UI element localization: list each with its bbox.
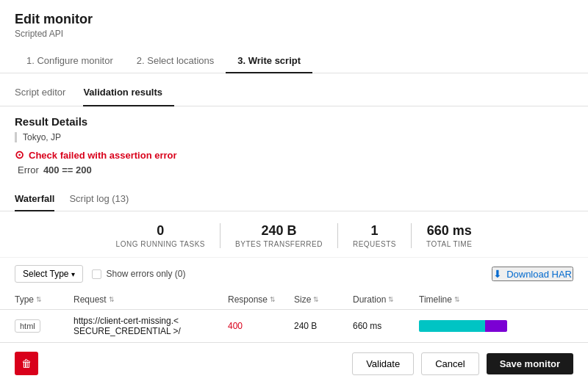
show-errors-label[interactable]: Show errors only (0) [92, 269, 185, 279]
sort-icon-type: ⇅ [36, 296, 42, 303]
stat-long-running-tasks: 0 LONG RUNNING TASKS [101, 223, 220, 248]
table-header: Type ⇅ Request ⇅ Response ⇅ Size ⇅ Durat… [0, 290, 588, 310]
wizard-tab-configure[interactable]: 1. Configure monitor [15, 49, 125, 73]
error-message: Check failed with assertion error [29, 150, 177, 161]
col-response: Response ⇅ [228, 294, 294, 305]
cell-duration: 660 ms [353, 321, 419, 331]
sort-icon-duration: ⇅ [388, 296, 394, 303]
wizard-tab-script[interactable]: 3. Write script [226, 49, 312, 73]
stat-label-total-time: TOTAL TIME [426, 240, 472, 248]
stat-value-total-time: 660 ms [427, 223, 472, 239]
chevron-down-icon: ▾ [71, 270, 75, 278]
cell-request: https://client-cert-missing.< SECURE_CRE… [74, 316, 228, 336]
page-title: Edit monitor [15, 12, 573, 27]
table-row[interactable]: html https://client-cert-missing.< SECUR… [0, 310, 588, 343]
cell-size: 240 B [294, 321, 353, 331]
wizard-tabs: 1. Configure monitor 2. Select locations… [0, 42, 588, 73]
stat-requests: 1 REQUESTS [338, 223, 412, 248]
cancel-button[interactable]: Cancel [421, 352, 478, 375]
error-code-line: Error400 == 200 [18, 164, 573, 175]
tab-validation-results[interactable]: Validation results [83, 79, 174, 106]
stat-label-long-running: LONG RUNNING TASKS [116, 240, 205, 248]
stat-value-bytes: 240 B [261, 223, 296, 239]
toolbar-left: Select Type ▾ Show errors only (0) [15, 265, 186, 283]
stat-value-long-running: 0 [157, 223, 164, 239]
cell-timeline [419, 320, 573, 332]
stat-total-time: 660 ms TOTAL TIME [412, 223, 487, 248]
page-subtitle: Scripted API [15, 29, 573, 39]
error-label: Error [18, 164, 39, 175]
footer: 🗑 Validate Cancel Save monitor [0, 342, 588, 384]
tab-waterfall[interactable]: Waterfall [15, 187, 54, 211]
tab-script-editor[interactable]: Script editor [15, 79, 77, 106]
cell-type: html [15, 319, 74, 333]
cell-response: 400 [228, 321, 294, 331]
show-errors-checkbox[interactable] [92, 269, 101, 279]
download-har-button[interactable]: ⬇ Download HAR [492, 267, 573, 281]
stat-bytes-transferred: 240 B BYTES TRANSFERRED [220, 223, 338, 248]
sort-icon-timeline: ⇅ [454, 296, 460, 303]
save-button[interactable]: Save monitor [487, 353, 573, 374]
timeline-bar-cyan [419, 320, 485, 332]
toolbar: Select Type ▾ Show errors only (0) ⬇ Dow… [0, 258, 588, 290]
location-label: Tokyo, JP [15, 132, 573, 142]
stat-label-bytes: BYTES TRANSFERRED [235, 240, 323, 248]
col-duration: Duration ⇅ [353, 294, 419, 305]
wizard-tab-locations[interactable]: 2. Select locations [125, 49, 226, 73]
sort-icon-response: ⇅ [270, 296, 276, 303]
select-type-label: Select Type [23, 269, 68, 279]
timeline-bar-purple [485, 320, 507, 332]
timeline-bar [419, 320, 507, 332]
error-line: ⊙ Check failed with assertion error [15, 148, 573, 162]
col-request: Request ⇅ [74, 294, 228, 305]
col-type: Type ⇅ [15, 294, 74, 305]
waterfall-tabs: Waterfall Script log (13) [0, 187, 588, 211]
stat-value-requests: 1 [370, 223, 378, 239]
result-details: Result Details Tokyo, JP ⊙ Check failed … [0, 106, 588, 181]
select-type-button[interactable]: Select Type ▾ [15, 265, 83, 283]
delete-icon: 🗑 [21, 358, 32, 369]
page-header: Edit monitor Scripted API [0, 0, 588, 42]
download-label: Download HAR [506, 269, 572, 280]
sort-icon-request: ⇅ [109, 296, 115, 303]
content-tabs: Script editor Validation results [0, 79, 588, 106]
delete-button[interactable]: 🗑 [15, 352, 38, 375]
type-badge: html [15, 319, 40, 333]
sort-icon-size: ⇅ [313, 296, 319, 303]
stats-row: 0 LONG RUNNING TASKS 240 B BYTES TRANSFE… [0, 211, 588, 258]
stat-label-requests: REQUESTS [353, 240, 396, 248]
error-code: 400 == 200 [43, 164, 92, 175]
result-details-title: Result Details [15, 115, 573, 128]
tab-script-log[interactable]: Script log (13) [69, 187, 129, 211]
error-icon: ⊙ [15, 148, 24, 162]
validate-button[interactable]: Validate [352, 352, 414, 375]
table: Type ⇅ Request ⇅ Response ⇅ Size ⇅ Durat… [0, 290, 588, 343]
col-timeline: Timeline ⇅ [419, 294, 573, 305]
col-size: Size ⇅ [294, 294, 353, 305]
show-errors-text: Show errors only (0) [106, 269, 185, 279]
download-icon: ⬇ [493, 268, 502, 280]
